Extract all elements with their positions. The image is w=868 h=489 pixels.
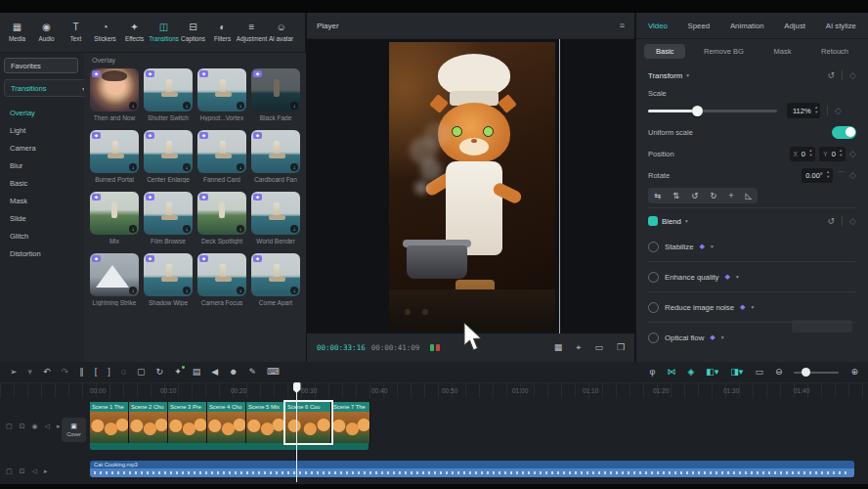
ribbon-tab[interactable]: ☺ AI avatar <box>267 22 295 43</box>
trim-left-icon[interactable]: [ <box>95 368 98 377</box>
ribbon-tab[interactable]: ◔ Stickers <box>91 22 119 43</box>
chevron-down-icon[interactable]: ▾ <box>711 244 714 249</box>
keyframe-icon[interactable]: ◇ <box>835 106 842 115</box>
inspector-subtab[interactable]: Mask <box>761 44 803 59</box>
inspector-subtab[interactable]: Remove BG <box>692 44 756 59</box>
feature-checkbox[interactable] <box>648 302 659 313</box>
feature-checkbox[interactable] <box>648 272 659 283</box>
avatar-tool-icon[interactable]: ☻ <box>229 368 238 377</box>
player-menu-icon[interactable]: ≡ <box>620 21 625 30</box>
transitions-dropdown[interactable]: Transitions ▾ <box>4 79 92 97</box>
slider-knob[interactable] <box>692 106 703 116</box>
timeline-clip[interactable]: Scene 6 Coo <box>285 402 331 443</box>
inspector-tab[interactable]: Animation <box>730 22 764 30</box>
split-icon[interactable]: ∥ <box>79 368 84 377</box>
keyframe-icon[interactable]: ◇ <box>849 216 856 226</box>
ribbon-tab[interactable]: ◉ Audio <box>32 22 61 43</box>
split-screen-icon[interactable]: ▦ <box>554 343 563 352</box>
transition-item[interactable]: ◆ ↓ Burned Portal <box>90 130 139 183</box>
mirror-icon[interactable]: ▤ <box>193 368 201 377</box>
audio-tool-icon[interactable]: ◀ <box>211 368 218 377</box>
sidebar-category[interactable]: Mask <box>4 193 80 210</box>
track-caret-icon[interactable]: ▸ <box>57 422 61 430</box>
sidebar-category[interactable]: Light <box>4 122 80 140</box>
transition-item[interactable]: ◆ ↓ Black Fade <box>251 68 300 121</box>
ratio-icon[interactable]: ▭ <box>594 343 603 352</box>
ribbon-tab[interactable]: T Text <box>62 22 90 43</box>
transition-item[interactable]: ◆ ↓ Then and Now <box>90 68 139 121</box>
transition-item[interactable]: ◆ ↓ Cardboard Fan <box>251 130 300 183</box>
ai-wand-icon[interactable]: ✦ <box>174 368 182 377</box>
ribbon-tab[interactable]: ⊟ Captions <box>179 22 207 43</box>
ribbon-tab[interactable]: ✦ Effects <box>120 22 149 43</box>
rotate-left-icon[interactable]: ↺ <box>691 191 698 200</box>
audio-sync-icon[interactable]: ◨▾ <box>730 368 743 377</box>
keyframe-icon[interactable]: ◇ <box>849 149 856 158</box>
stepper-icon[interactable]: ▴▾ <box>827 170 829 180</box>
video-frame-cat-chef[interactable] <box>389 42 555 331</box>
favorites-button[interactable]: Favorites <box>4 58 78 73</box>
feature-checkbox[interactable] <box>648 333 659 343</box>
flip-vertical-icon[interactable]: ⇅ <box>673 191 679 200</box>
ribbon-tab[interactable]: ≡ Adjustment <box>238 22 266 43</box>
skew-icon[interactable]: ◺ <box>745 191 752 200</box>
sidebar-category[interactable]: Slide <box>4 210 80 228</box>
inspector-tab[interactable]: Video <box>648 22 668 30</box>
transition-item[interactable]: ◆ ↓ Hypnot...Vortex <box>197 68 246 121</box>
sidebar-category[interactable]: Distortion <box>4 245 80 263</box>
playhead[interactable] <box>296 382 297 482</box>
transition-item[interactable]: ◆ ↓ Shadow Wipe <box>144 253 193 306</box>
scale-value-field[interactable]: 112% ▴▾ <box>787 103 820 118</box>
flip-horizontal-icon[interactable]: ⇆ <box>654 191 661 200</box>
player-canvas[interactable] <box>307 39 634 333</box>
crop-icon[interactable]: ▢ <box>137 368 146 377</box>
inspector-tab[interactable]: AI stylize <box>826 22 856 30</box>
transition-item[interactable]: ◆ ↓ Center Enlarge <box>144 130 193 183</box>
track-thumbnail-icon[interactable]: ▢ <box>6 422 13 430</box>
track-mute-icon[interactable]: ◁ <box>32 467 37 475</box>
sidebar-category[interactable]: Glitch <box>4 228 80 245</box>
redo-icon[interactable]: ↷ <box>62 368 69 377</box>
transition-item[interactable]: ◆ ↓ Film Browse <box>144 192 193 244</box>
microphone-icon[interactable]: φ <box>650 368 656 377</box>
timeline-clip[interactable]: Scene 1 The <box>90 402 129 443</box>
rotate-value-field[interactable]: 0.00° ▴▾ <box>802 168 833 183</box>
transition-item[interactable]: ◆ ↓ Mix <box>90 192 139 244</box>
rotate-dial-icon[interactable]: ⌒ <box>837 169 846 182</box>
reset-icon[interactable]: ↺ <box>828 216 836 226</box>
sidebar-category[interactable]: Blur <box>4 157 80 175</box>
focus-icon[interactable]: ⌖ <box>576 343 581 352</box>
ribbon-tab[interactable]: ◫ Transitions <box>150 22 178 43</box>
transition-item[interactable]: ◆ ↓ Camera Focus <box>197 253 246 306</box>
chevron-down-icon[interactable]: ▾ <box>686 72 689 78</box>
transition-item[interactable]: ◆ ↓ Lightning Strike <box>90 253 139 306</box>
chevron-down-icon[interactable]: ▾ <box>721 334 724 340</box>
preview-axis-icon[interactable]: ▭ <box>755 368 763 377</box>
timeline-clip[interactable]: Scene 3 Pre <box>168 402 207 443</box>
select-tool-icon[interactable]: ➢ <box>10 368 18 377</box>
keyframe-icon[interactable]: ◇ <box>849 170 856 180</box>
inspector-tab[interactable]: Speed <box>688 22 711 30</box>
transition-tool-icon[interactable]: ↻ <box>156 368 164 377</box>
cover-button[interactable]: ▣ Cover <box>62 418 86 442</box>
select-caret-icon[interactable]: ▾ <box>28 368 33 377</box>
feature-checkbox[interactable] <box>648 242 659 252</box>
faded-overlay-button[interactable] <box>792 320 852 333</box>
inspector-subtab[interactable]: Retouch <box>809 44 860 59</box>
chevron-down-icon[interactable]: ▾ <box>736 274 739 280</box>
transition-item[interactable]: ◆ ↓ World Bender <box>251 192 300 244</box>
blend-checkbox[interactable] <box>648 216 658 226</box>
scale-slider[interactable] <box>648 110 777 112</box>
sidebar-category[interactable]: Overlay <box>4 105 80 122</box>
smart-tools-icon[interactable]: ◧▾ <box>706 368 718 377</box>
position-x-field[interactable]: X 0 ▴▾ <box>790 147 816 161</box>
track-lock-icon[interactable]: ⊡ <box>20 467 25 475</box>
chevron-down-icon[interactable]: ▾ <box>751 304 754 310</box>
track-visibility-icon[interactable]: ◉ <box>32 422 38 430</box>
chevron-down-icon[interactable]: ▾ <box>685 218 688 224</box>
track-thumbnail-icon[interactable]: ▢ <box>6 467 13 475</box>
ribbon-tab[interactable]: ◐ Filters <box>208 22 237 43</box>
position-y-field[interactable]: Y 0 ▴▾ <box>819 147 846 161</box>
stepper-icon[interactable]: ▴▾ <box>840 149 842 158</box>
transition-item[interactable]: ◆ ↓ Shutter Switch <box>144 68 193 121</box>
